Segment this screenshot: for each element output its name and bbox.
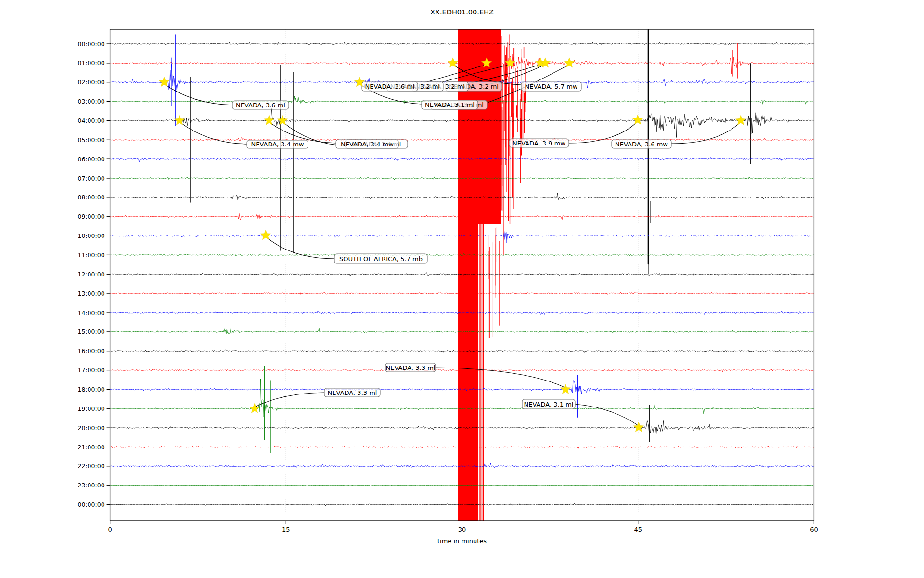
- event-stars: [159, 58, 746, 432]
- y-tick-label: 10:00:00: [77, 232, 104, 239]
- y-tick-label: 05:00:00: [77, 136, 104, 144]
- y-tick-label: 11:00:00: [77, 251, 104, 259]
- event-label: NEVADA, 3.4 mw: [336, 140, 398, 148]
- helicorder-plot: NEVADA, 3.2 mlNEVADA, 3.2 mlNEVADA, 3.2 …: [0, 0, 924, 578]
- event-label: NEVADA, 3.4 mw: [247, 140, 308, 148]
- svg-text:NEVADA, 3.4 mw: NEVADA, 3.4 mw: [251, 141, 304, 148]
- y-tick-label: 04:00:00: [77, 117, 104, 124]
- y-tick-label: 01:00:00: [77, 59, 104, 66]
- y-tick-label: 07:00:00: [77, 175, 104, 182]
- event-star-icon: [278, 115, 288, 125]
- event-star-icon: [561, 384, 571, 394]
- y-tick-label: 13:00:00: [77, 290, 104, 297]
- y-tick-label: 00:00:00: [77, 501, 104, 508]
- helicorder-figure: XX.EDH01.00.EHZ time in minutes NEVADA, …: [0, 0, 924, 578]
- y-tick-label: 17:00:00: [77, 367, 104, 374]
- event-label: NEVADA, 3.6 ml: [232, 101, 289, 109]
- y-tick-label: 21:00:00: [77, 444, 104, 451]
- event-label: NEVADA, 5.7 mw: [521, 82, 581, 91]
- event-star-icon: [736, 115, 746, 125]
- svg-text:NEVADA, 3.6 ml: NEVADA, 3.6 ml: [365, 83, 415, 90]
- y-tick-label: 02:00:00: [77, 79, 104, 86]
- y-tick-label: 16:00:00: [77, 347, 104, 355]
- y-tick-label: 08:00:00: [77, 194, 104, 201]
- event-star-icon: [159, 77, 169, 87]
- svg-text:NEVADA, 3.4 mw: NEVADA, 3.4 mw: [341, 141, 394, 148]
- x-tick-label: 0: [108, 526, 112, 533]
- svg-text:NEVADA, 3.3 ml: NEVADA, 3.3 ml: [328, 389, 377, 396]
- y-tick-label: 19:00:00: [77, 405, 104, 412]
- event-label: NEVADA, 3.1 ml: [422, 100, 478, 109]
- x-tick-label: 60: [810, 526, 818, 533]
- event-star-icon: [250, 403, 260, 413]
- event-star-icon: [264, 115, 274, 125]
- x-tick-label: 30: [458, 526, 466, 533]
- svg-text:NEVADA, 3.1 ml: NEVADA, 3.1 ml: [425, 101, 475, 108]
- y-tick-label: 20:00:00: [77, 424, 104, 432]
- svg-text:NEVADA, 5.7 mw: NEVADA, 5.7 mw: [525, 83, 578, 90]
- svg-text:NEVADA, 3.6 ml: NEVADA, 3.6 ml: [236, 102, 285, 109]
- y-tick-label: 12:00:00: [77, 271, 104, 278]
- y-tick-label: 00:00:00: [77, 40, 104, 48]
- annotation-connectors: [164, 65, 741, 426]
- event-star-icon: [261, 230, 271, 240]
- svg-text:NEVADA, 3.1 ml: NEVADA, 3.1 ml: [524, 401, 574, 408]
- svg-text:NEVADA, 3.6 mw: NEVADA, 3.6 mw: [615, 141, 668, 148]
- event-label: NEVADA, 3.3 ml: [385, 363, 436, 372]
- event-label: NEVADA, 3.6 mw: [612, 140, 671, 148]
- event-label: NEVADA, 3.3 ml: [324, 388, 380, 397]
- y-tick-label: 22:00:00: [77, 462, 104, 470]
- y-tick-label: 09:00:00: [77, 213, 104, 220]
- x-tick-label: 45: [634, 526, 642, 533]
- event-label: NEVADA, 3.9 mw: [509, 139, 569, 147]
- y-tick-label: 14:00:00: [77, 309, 104, 316]
- x-tick-label: 15: [282, 526, 290, 533]
- y-tick-label: 23:00:00: [77, 482, 104, 489]
- event-star-icon: [448, 58, 458, 67]
- y-tick-label: 06:00:00: [77, 156, 104, 163]
- svg-text:NEVADA, 3.9 mw: NEVADA, 3.9 mw: [513, 140, 565, 147]
- event-star-icon: [565, 58, 575, 67]
- y-tick-label: 15:00:00: [77, 328, 104, 335]
- svg-text:NEVADA, 3.3 ml: NEVADA, 3.3 ml: [386, 364, 436, 371]
- y-tick-label: 03:00:00: [77, 98, 104, 105]
- event-star-icon: [175, 115, 185, 125]
- event-label: NEVADA, 3.6 ml: [362, 82, 418, 91]
- y-tick-label: 18:00:00: [77, 386, 104, 393]
- event-star-icon: [633, 115, 643, 124]
- event-label: NEVADA, 3.1 ml: [522, 399, 575, 409]
- svg-text:SOUTH OF AFRICA, 5.7 mb: SOUTH OF AFRICA, 5.7 mb: [339, 255, 423, 263]
- event-labels: NEVADA, 3.2 mlNEVADA, 3.2 mlNEVADA, 3.2 …: [232, 82, 671, 409]
- event-label: SOUTH OF AFRICA, 5.7 mb: [334, 254, 427, 263]
